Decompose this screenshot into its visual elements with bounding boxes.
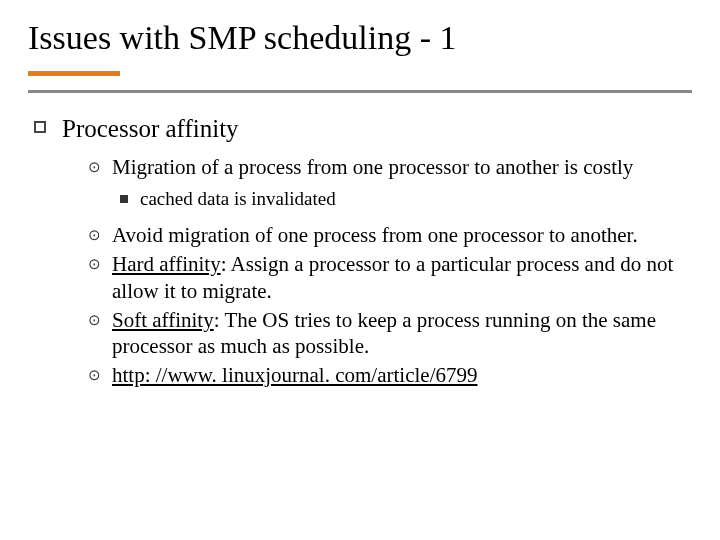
lvl2-text: Avoid migration of one process from one … [112, 222, 638, 249]
circled-dot-bullet-icon: ⊙ [84, 222, 104, 248]
lvl3-group: cached data is invalidated [120, 187, 692, 212]
lvl2-text: http: //www. linuxjournal. com/article/6… [112, 362, 478, 389]
lvl2-text: Hard affinity: Assign a processor to a p… [112, 251, 692, 305]
reference-link[interactable]: http: //www. linuxjournal. com/article/6… [112, 363, 478, 387]
lvl2-text: Migration of a process from one processo… [112, 154, 633, 181]
lvl3-text: cached data is invalidated [140, 187, 336, 212]
bullet-lvl2: ⊙ Avoid migration of one process from on… [84, 222, 692, 249]
circled-dot-bullet-icon: ⊙ [84, 251, 104, 277]
rule-accent [28, 71, 120, 76]
square-filled-bullet-icon [120, 195, 128, 203]
lvl2-group: ⊙ Migration of a process from one proces… [84, 154, 692, 389]
bullet-lvl2: ⊙ Hard affinity: Assign a processor to a… [84, 251, 692, 305]
bullet-lvl2: ⊙ Soft affinity: The OS tries to keep a … [84, 307, 692, 361]
bullet-lvl3: cached data is invalidated [120, 187, 692, 212]
bullet-lvl2: ⊙ http: //www. linuxjournal. com/article… [84, 362, 692, 389]
square-open-bullet-icon [34, 121, 46, 133]
lvl1-text: Processor affinity [62, 113, 239, 144]
bullet-lvl1: Processor affinity [34, 113, 692, 144]
bullet-lvl2: ⊙ Migration of a process from one proces… [84, 154, 692, 181]
soft-affinity-label: Soft affinity [112, 308, 214, 332]
title-rule [28, 71, 692, 93]
slide-title: Issues with SMP scheduling - 1 [28, 18, 692, 57]
circled-dot-bullet-icon: ⊙ [84, 362, 104, 388]
hard-affinity-label: Hard affinity [112, 252, 221, 276]
circled-dot-bullet-icon: ⊙ [84, 307, 104, 333]
rule-line [28, 90, 692, 93]
lvl2-text: Soft affinity: The OS tries to keep a pr… [112, 307, 692, 361]
circled-dot-bullet-icon: ⊙ [84, 154, 104, 180]
